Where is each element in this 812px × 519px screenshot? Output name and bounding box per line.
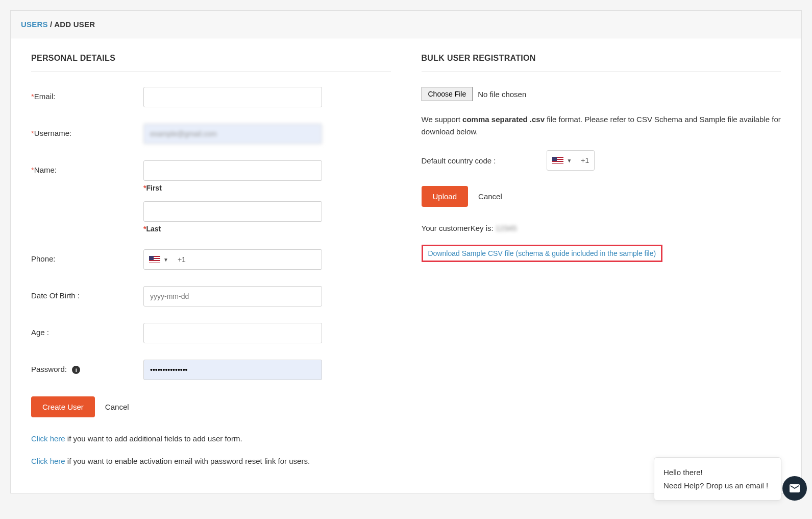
username-input <box>143 124 322 144</box>
chevron-down-icon: ▼ <box>567 158 572 163</box>
dob-input[interactable] <box>143 286 322 306</box>
breadcrumb: USERS / ADD USER <box>11 11 801 38</box>
cancel-button[interactable]: Cancel <box>105 403 129 411</box>
file-status: No file chosen <box>478 90 526 99</box>
country-code-selector[interactable]: ▼ +1 <box>547 150 595 171</box>
us-flag-icon <box>552 157 563 164</box>
choose-file-button[interactable]: Choose File <box>422 87 473 101</box>
bulk-actions: Upload Cancel <box>422 186 781 207</box>
username-label: Username: <box>34 129 71 137</box>
note-activation-email: Click here if you want to enable activat… <box>31 455 391 467</box>
dob-label: Date Of Birth : <box>31 291 80 300</box>
phone-input-wrap[interactable]: ▼ +1 <box>143 249 322 270</box>
page-card: USERS / ADD USER PERSONAL DETAILS *Email… <box>10 10 802 493</box>
bulk-registration-section: BULK USER REGISTRATION Choose File No fi… <box>422 54 781 478</box>
password-label: Password: <box>31 365 67 373</box>
note-additional-fields: Click here if you want to add additional… <box>31 433 391 445</box>
dob-row: Date Of Birth : <box>31 286 391 306</box>
content: PERSONAL DETAILS *Email: *Username: *Nam… <box>11 38 801 493</box>
chat-bubble: Hello there! Need Help? Drop us an email… <box>654 457 781 501</box>
email-label: Email: <box>34 92 56 101</box>
last-name-input[interactable] <box>143 201 322 222</box>
breadcrumb-current: ADD USER <box>54 20 95 29</box>
first-name-sublabel: First <box>146 184 161 192</box>
country-code-label: Default country code : <box>422 156 496 165</box>
download-sample-link[interactable]: Download Sample CSV file (schema & guide… <box>428 249 656 257</box>
chat-button[interactable] <box>782 476 807 501</box>
download-sample-box: Download Sample CSV file (schema & guide… <box>422 245 663 262</box>
email-input[interactable] <box>143 87 322 107</box>
info-icon[interactable]: i <box>72 366 80 374</box>
personal-details-title: PERSONAL DETAILS <box>31 54 391 63</box>
phone-code: +1 <box>173 255 191 264</box>
breadcrumb-users-link[interactable]: USERS <box>21 20 48 29</box>
upload-button[interactable]: Upload <box>422 186 469 207</box>
first-name-input[interactable] <box>143 160 322 181</box>
chat-line1: Hello there! <box>663 466 772 479</box>
password-input <box>143 360 322 380</box>
customer-key-value: 12345 <box>496 224 517 232</box>
activation-email-link[interactable]: Click here <box>31 457 65 465</box>
last-name-sublabel: Last <box>146 225 161 233</box>
name-row: *Name: *First *Last <box>31 160 391 233</box>
age-input[interactable] <box>143 323 322 343</box>
bulk-cancel-button[interactable]: Cancel <box>478 192 502 201</box>
personal-details-section: PERSONAL DETAILS *Email: *Username: *Nam… <box>31 54 391 478</box>
phone-country-selector[interactable]: ▼ <box>144 256 173 263</box>
email-row: *Email: <box>31 87 391 107</box>
phone-row: Phone: ▼ +1 <box>31 249 391 270</box>
customer-key-row: Your customerKey is: 12345 <box>422 222 781 234</box>
age-row: Age : <box>31 323 391 343</box>
country-code-row: Default country code : ▼ +1 <box>422 150 781 171</box>
age-label: Age : <box>31 328 49 337</box>
file-row: Choose File No file chosen <box>422 87 781 101</box>
divider <box>422 71 781 72</box>
password-row: Password: i <box>31 360 391 380</box>
us-flag-icon <box>149 256 160 263</box>
country-code-value: +1 <box>576 156 594 164</box>
chat-line2: Need Help? Drop us an email ! <box>663 479 772 492</box>
username-row: *Username: <box>31 124 391 144</box>
support-text: We support comma separated .csv file for… <box>422 113 781 138</box>
additional-fields-link[interactable]: Click here <box>31 434 65 443</box>
divider <box>31 71 391 72</box>
create-user-button[interactable]: Create User <box>31 396 95 417</box>
mail-icon <box>789 482 801 494</box>
form-actions: Create User Cancel <box>31 396 391 417</box>
phone-label: Phone: <box>31 254 56 263</box>
name-label: Name: <box>34 166 57 174</box>
chevron-down-icon: ▼ <box>163 257 168 263</box>
bulk-title: BULK USER REGISTRATION <box>422 54 781 63</box>
